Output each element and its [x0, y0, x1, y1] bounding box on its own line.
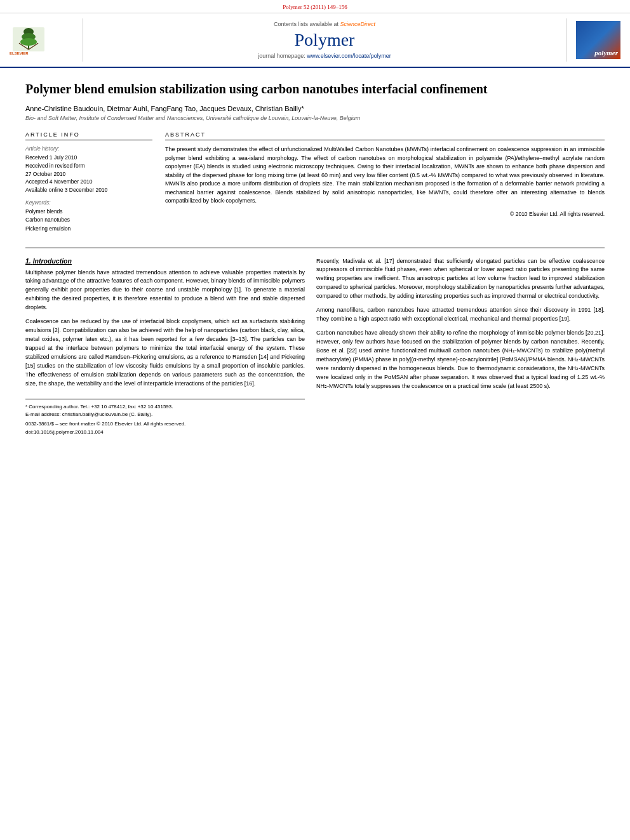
- polymer-logo-box: polymer: [576, 21, 620, 59]
- affiliation: Bio- and Soft Matter, Institute of Conde…: [25, 115, 605, 121]
- available-date: Available online 3 December 2010: [25, 186, 152, 194]
- svg-point-4: [20, 38, 37, 46]
- article-info-abstract: ARTICLE INFO Article history: Received 1…: [25, 131, 605, 239]
- body-right-col: Recently, Madivala et al. [17] demonstra…: [316, 257, 605, 435]
- right-para-1: Recently, Madivala et al. [17] demonstra…: [316, 257, 605, 302]
- journal-center-header: Contents lists available at ScienceDirec…: [83, 18, 566, 62]
- footnote-email: E-mail address: christian.bailly@uclouva…: [25, 411, 305, 418]
- copyright: © 2010 Elsevier Ltd. All rights reserved…: [165, 211, 605, 217]
- intro-para-2: Coalescence can be reduced by the use of…: [25, 317, 305, 389]
- elsevier-logo: ELSEVIER: [6, 24, 51, 56]
- journal-title: Polymer: [295, 30, 355, 50]
- intro-section-title: 1. Introduction: [25, 257, 305, 265]
- history-label: Article history:: [25, 145, 152, 152]
- article-info-col: ARTICLE INFO Article history: Received 1…: [25, 131, 152, 239]
- keywords-section: Keywords: Polymer blends Carbon nanotube…: [25, 199, 152, 234]
- abstract-col: ABSTRACT The present study demonstrates …: [165, 131, 605, 239]
- keyword-2: Carbon nanotubes: [25, 216, 152, 225]
- journal-header: ELSEVIER Contents lists available at Sci…: [0, 13, 630, 68]
- issn-text: 0032-3861/$ – see front matter © 2010 El…: [25, 421, 305, 427]
- accepted-date: Accepted 4 November 2010: [25, 178, 152, 186]
- body-left-col: 1. Introduction Multiphase polymer blend…: [25, 257, 305, 435]
- keyword-1: Polymer blends: [25, 208, 152, 217]
- body-columns: 1. Introduction Multiphase polymer blend…: [25, 257, 605, 435]
- homepage-url[interactable]: www.elsevier.com/locate/polymer: [307, 53, 391, 59]
- revised-date: 27 October 2010: [25, 170, 152, 178]
- journal-homepage: journal homepage: www.elsevier.com/locat…: [258, 53, 391, 59]
- keywords-label: Keywords:: [25, 199, 152, 206]
- article-title: Polymer blend emulsion stabilization usi…: [25, 81, 605, 97]
- article-info-header: ARTICLE INFO: [25, 131, 152, 140]
- doi-text: doi:10.1016/j.polymer.2010.11.004: [25, 429, 305, 435]
- journal-citation: Polymer 52 (2011) 149–156: [283, 4, 347, 10]
- article-history: Article history: Received 1 July 2010 Re…: [25, 145, 152, 194]
- sciencedirect-line: Contents lists available at ScienceDirec…: [274, 21, 375, 27]
- received-date: Received 1 July 2010: [25, 154, 152, 162]
- content-wrapper: Polymer blend emulsion stabilization usi…: [0, 68, 630, 448]
- top-bar: Polymer 52 (2011) 149–156: [0, 0, 630, 13]
- intro-para-1: Multiphase polymer blends have attracted…: [25, 269, 305, 313]
- footnote-star: * Corresponding author. Tel.: +32 10 478…: [25, 403, 305, 411]
- section-divider: [25, 248, 605, 248]
- polymer-logo-container: polymer: [573, 18, 624, 62]
- right-para-3: Carbon nanotubes have already shown thei…: [316, 329, 605, 391]
- sciencedirect-link[interactable]: ScienceDirect: [340, 21, 376, 27]
- svg-text:ELSEVIER: ELSEVIER: [10, 51, 29, 55]
- elsevier-branding: ELSEVIER: [6, 18, 76, 62]
- abstract-text: The present study demonstrates the effec…: [165, 145, 605, 206]
- right-para-2: Among nanofillers, carbon nanotubes have…: [316, 306, 605, 324]
- abstract-header: ABSTRACT: [165, 131, 605, 140]
- elsevier-tree-icon: ELSEVIER: [6, 24, 51, 56]
- polymer-logo-text: polymer: [594, 49, 618, 57]
- footnotes: * Corresponding author. Tel.: +32 10 478…: [25, 399, 305, 435]
- keyword-3: Pickering emulsion: [25, 225, 152, 234]
- revised-label: Received in revised form: [25, 162, 152, 170]
- authors: Anne-Christine Baudouin, Dietmar Auhl, F…: [25, 105, 605, 112]
